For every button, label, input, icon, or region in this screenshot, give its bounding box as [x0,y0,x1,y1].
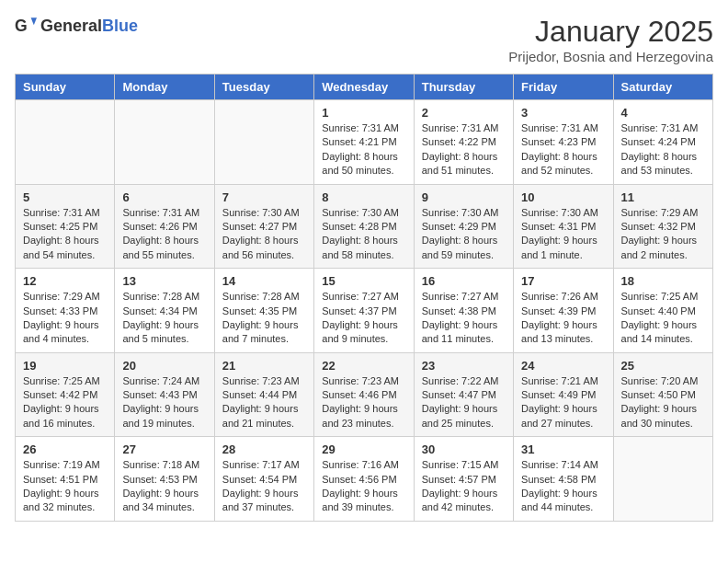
calendar-cell: 13 Sunrise: 7:28 AM Sunset: 4:34 PM Dayl… [115,269,214,353]
calendar-cell: 22 Sunrise: 7:23 AM Sunset: 4:46 PM Dayl… [314,352,414,437]
calendar-cell: 12 Sunrise: 7:29 AM Sunset: 4:33 PM Dayl… [16,269,115,353]
daylight-text: Daylight: 8 hours and 50 minutes. [322,151,398,176]
calendar-week-3: 12 Sunrise: 7:29 AM Sunset: 4:33 PM Dayl… [16,269,713,353]
calendar-cell: 8 Sunrise: 7:30 AM Sunset: 4:28 PM Dayli… [314,184,414,269]
daylight-text: Daylight: 8 hours and 56 minutes. [222,235,299,259]
calendar-week-1: 1 Sunrise: 7:31 AM Sunset: 4:21 PM Dayli… [16,100,713,185]
sunset-text: Sunset: 4:51 PM [23,474,97,485]
calendar-cell: 10 Sunrise: 7:30 AM Sunset: 4:31 PM Dayl… [514,184,613,269]
day-info: Sunrise: 7:31 AM Sunset: 4:26 PM Dayligh… [122,206,206,263]
day-number: 28 [222,442,306,456]
day-info: Sunrise: 7:24 AM Sunset: 4:43 PM Dayligh… [122,374,206,431]
title-area: January 2025 Prijedor, Bosnia and Herzeg… [508,15,713,64]
calendar-cell: 26 Sunrise: 7:19 AM Sunset: 4:51 PM Dayl… [16,437,115,522]
header-tuesday: Tuesday [214,75,313,100]
header-wednesday: Wednesday [314,75,414,100]
sunset-text: Sunset: 4:21 PM [322,136,396,147]
sunrise-text: Sunrise: 7:28 AM [122,291,199,302]
day-info: Sunrise: 7:30 AM Sunset: 4:28 PM Dayligh… [322,206,405,263]
day-number: 22 [322,359,405,373]
day-number: 15 [322,274,405,288]
daylight-text: Daylight: 9 hours and 37 minutes. [222,488,299,512]
sunset-text: Sunset: 4:46 PM [322,389,396,400]
daylight-text: Daylight: 9 hours and 25 minutes. [422,403,498,428]
day-info: Sunrise: 7:25 AM Sunset: 4:40 PM Dayligh… [621,290,705,347]
calendar-cell: 4 Sunrise: 7:31 AM Sunset: 4:24 PM Dayli… [613,100,712,185]
header-thursday: Thursday [414,75,513,100]
calendar-cell [115,100,214,185]
day-number: 21 [222,359,306,373]
day-info: Sunrise: 7:22 AM Sunset: 4:47 PM Dayligh… [422,374,506,431]
sunrise-text: Sunrise: 7:19 AM [23,459,100,470]
daylight-text: Daylight: 9 hours and 44 minutes. [521,488,597,512]
calendar-cell: 11 Sunrise: 7:29 AM Sunset: 4:32 PM Dayl… [613,184,712,269]
calendar-cell: 17 Sunrise: 7:26 AM Sunset: 4:39 PM Dayl… [514,269,613,353]
daylight-text: Daylight: 9 hours and 27 minutes. [521,403,597,428]
day-number: 5 [23,190,107,204]
daylight-text: Daylight: 9 hours and 2 minutes. [621,235,698,259]
sunset-text: Sunset: 4:54 PM [222,474,297,485]
sunrise-text: Sunrise: 7:31 AM [122,207,199,218]
calendar-cell: 15 Sunrise: 7:27 AM Sunset: 4:37 PM Dayl… [314,269,414,353]
sunrise-text: Sunrise: 7:22 AM [422,375,499,386]
header-sunday: Sunday [16,75,115,100]
day-number: 17 [521,274,605,288]
sunrise-text: Sunrise: 7:27 AM [422,291,499,302]
sunset-text: Sunset: 4:53 PM [122,474,197,485]
calendar-cell: 30 Sunrise: 7:15 AM Sunset: 4:57 PM Dayl… [414,437,513,522]
calendar-header: Sunday Monday Tuesday Wednesday Thursday… [16,75,713,100]
svg-text:G: G [15,17,28,35]
calendar-cell: 24 Sunrise: 7:21 AM Sunset: 4:49 PM Dayl… [514,352,613,437]
sunset-text: Sunset: 4:34 PM [122,305,197,316]
sunrise-text: Sunrise: 7:30 AM [222,207,300,218]
sunrise-text: Sunrise: 7:17 AM [222,459,300,470]
day-number: 23 [422,359,506,373]
sunrise-text: Sunrise: 7:27 AM [322,291,399,302]
daylight-text: Daylight: 8 hours and 55 minutes. [122,235,199,259]
daylight-text: Daylight: 9 hours and 42 minutes. [422,488,498,512]
sunset-text: Sunset: 4:39 PM [521,305,596,316]
calendar-cell: 20 Sunrise: 7:24 AM Sunset: 4:43 PM Dayl… [115,352,214,437]
sunrise-text: Sunrise: 7:18 AM [122,459,199,470]
daylight-text: Daylight: 9 hours and 4 minutes. [23,319,99,344]
sunrise-text: Sunrise: 7:31 AM [23,207,100,218]
sunrise-text: Sunrise: 7:29 AM [621,207,699,218]
sunrise-text: Sunrise: 7:25 AM [621,291,699,302]
calendar-cell [214,100,313,185]
daylight-text: Daylight: 8 hours and 51 minutes. [422,151,498,176]
logo-icon: G [15,15,37,37]
calendar-table: Sunday Monday Tuesday Wednesday Thursday… [15,74,713,522]
daylight-text: Daylight: 9 hours and 39 minutes. [322,488,398,512]
day-number: 30 [422,442,506,456]
daylight-text: Daylight: 8 hours and 59 minutes. [422,235,498,259]
month-title: January 2025 [508,15,713,49]
day-info: Sunrise: 7:19 AM Sunset: 4:51 PM Dayligh… [23,458,107,515]
day-number: 12 [23,274,107,288]
calendar-cell: 3 Sunrise: 7:31 AM Sunset: 4:23 PM Dayli… [514,100,613,185]
day-info: Sunrise: 7:29 AM Sunset: 4:32 PM Dayligh… [621,206,705,263]
sunset-text: Sunset: 4:22 PM [422,136,496,147]
calendar-cell: 28 Sunrise: 7:17 AM Sunset: 4:54 PM Dayl… [214,437,313,522]
calendar-cell: 25 Sunrise: 7:20 AM Sunset: 4:50 PM Dayl… [613,352,712,437]
sunrise-text: Sunrise: 7:31 AM [521,122,598,133]
calendar-cell: 5 Sunrise: 7:31 AM Sunset: 4:25 PM Dayli… [16,184,115,269]
day-info: Sunrise: 7:21 AM Sunset: 4:49 PM Dayligh… [521,374,605,431]
sunset-text: Sunset: 4:40 PM [621,305,696,316]
day-info: Sunrise: 7:14 AM Sunset: 4:58 PM Dayligh… [521,458,605,515]
calendar-week-5: 26 Sunrise: 7:19 AM Sunset: 4:51 PM Dayl… [16,437,713,522]
day-info: Sunrise: 7:30 AM Sunset: 4:27 PM Dayligh… [222,206,306,263]
day-number: 1 [322,106,405,120]
day-info: Sunrise: 7:31 AM Sunset: 4:23 PM Dayligh… [521,121,605,178]
day-info: Sunrise: 7:26 AM Sunset: 4:39 PM Dayligh… [521,290,605,347]
sunset-text: Sunset: 4:50 PM [621,389,696,400]
daylight-text: Daylight: 9 hours and 30 minutes. [621,403,698,428]
daylight-text: Daylight: 9 hours and 9 minutes. [322,319,398,344]
sunrise-text: Sunrise: 7:24 AM [122,375,199,386]
daylight-text: Daylight: 8 hours and 54 minutes. [23,235,99,259]
daylight-text: Daylight: 8 hours and 52 minutes. [521,151,597,176]
day-info: Sunrise: 7:30 AM Sunset: 4:31 PM Dayligh… [521,206,605,263]
sunrise-text: Sunrise: 7:30 AM [422,207,499,218]
day-number: 18 [621,274,705,288]
day-number: 2 [422,106,506,120]
daylight-text: Daylight: 9 hours and 16 minutes. [23,403,99,428]
